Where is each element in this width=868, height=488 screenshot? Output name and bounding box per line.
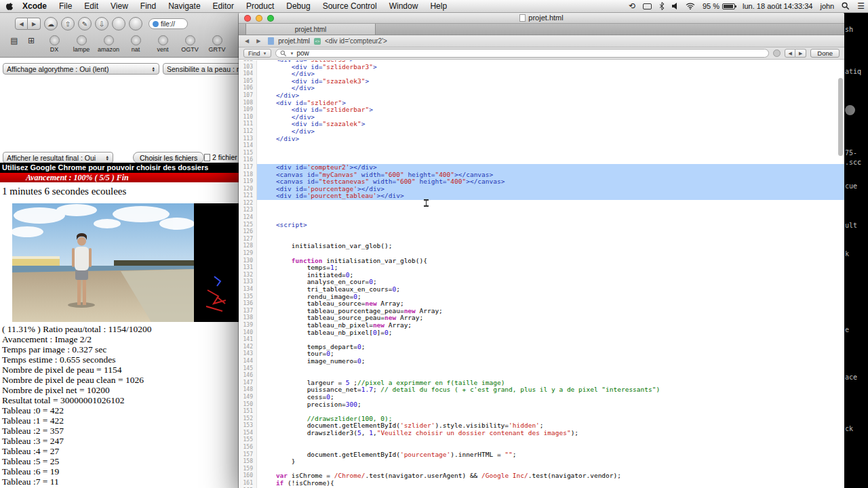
menu-item-xcode[interactable]: Xcode [22,1,47,11]
editor-forward-button[interactable]: ▶ [256,38,264,44]
wifi-icon[interactable] [686,3,695,9]
menu-item-file[interactable]: File [59,1,72,11]
battery-indicator[interactable]: 95 % [703,2,735,10]
window-title-bar[interactable]: projet.html [239,12,844,24]
code-line[interactable]: 133 analyse_en_cour=0; [239,279,844,286]
code-line[interactable]: 130 function initialisation_var_glob(){ [239,258,844,265]
editor-back-button[interactable]: ◀ [245,38,252,44]
code-line[interactable]: 147 largeur = 5 ;//pixel a exprimmer en … [239,380,844,387]
reading-list-icon[interactable]: ▤ [7,36,22,45]
code-line[interactable]: 159 [239,466,844,473]
tab-projet-html[interactable]: projet.html [245,24,376,35]
skin-sensitivity-select[interactable]: Sensibilite a la peau : moy [163,63,245,75]
zoom-window-button[interactable] [267,15,274,22]
algorithm-display-select[interactable]: Affichage algorythme : Oui (lent) [3,63,159,75]
code-line[interactable]: 108 <div id="szlider"> [239,100,844,107]
code-line[interactable]: 111 <div id="szazalek"> [239,121,844,128]
final-result-select[interactable]: Afficher le resultat final : Oui [3,152,113,163]
find-search-field[interactable]: ▼ pow [275,49,769,58]
code-line[interactable]: 129 [239,250,844,258]
menu-item-find[interactable]: Find [140,1,156,11]
code-line[interactable]: 123 [239,207,844,214]
menu-item-window[interactable]: Window [389,1,418,11]
code-line[interactable]: 141 [239,336,844,344]
menu-clock[interactable]: lun. 18 août 14:33:34 [743,2,812,10]
desktop-icon[interactable] [845,105,855,115]
code-line[interactable]: 149 cess=0; [239,394,844,401]
breadcrumb-symbol[interactable]: <div id='compteur2'> [325,37,387,45]
code-line[interactable]: 135 rendu_image=0; [239,293,844,301]
code-line[interactable]: 106 </div> [239,85,844,92]
download-button[interactable]: ⇩ [95,17,108,30]
menu-item-debug[interactable]: Debug [286,1,310,11]
edit-button[interactable]: ✎ [78,17,92,30]
code-line[interactable]: 115 [239,150,844,157]
share-button[interactable]: ⇧ [61,17,75,30]
code-line[interactable]: 124 [239,214,844,222]
code-line[interactable]: 146 [239,372,844,380]
code-line[interactable]: 119 <canvas id="testcanevas" width="600"… [239,178,844,186]
code-line[interactable]: 152 //drawszlider(100, 0); [239,415,844,423]
minimize-window-button[interactable] [256,15,262,22]
close-window-button[interactable] [244,15,251,22]
menu-item-source-control[interactable]: Source Control [323,1,377,11]
code-line[interactable]: 109 <div id="szliderbar"> [239,106,844,114]
menu-item-navigate[interactable]: Navigate [168,1,200,11]
code-line[interactable]: 153 document.getElementById('szlider').s… [239,422,844,430]
code-line[interactable]: 138 tableau_source_peau=new Array; [239,314,844,322]
bookmark-item[interactable]: amazon [95,34,122,53]
menu-item-view[interactable]: View [111,1,128,11]
code-line[interactable]: 131 temps=1; [239,264,844,272]
code-line[interactable]: 121 <div id='pourcent_tableau'></div> [239,192,844,200]
search-recents-chevron-icon[interactable]: ▼ [290,52,294,56]
bookmark-item[interactable]: DX [41,34,68,53]
done-button[interactable]: Done [810,49,840,58]
bookmark-item[interactable]: vent [149,34,176,53]
code-line[interactable]: 143 tour=0; [239,350,844,358]
bookmarks-grid-icon[interactable]: ⊞ [24,36,39,45]
code-line[interactable]: 148 puissance_net=1.7; // detail du focu… [239,386,844,394]
code-line[interactable]: 116 [239,157,844,164]
code-line[interactable]: 114 [239,142,844,150]
code-line[interactable]: 120 <div id='pourcentage'></div> [239,186,844,193]
code-line[interactable]: 110 </div> [239,114,844,121]
code-line[interactable]: 142 temps_depart=0; [239,344,844,351]
code-line[interactable]: 154 drawszlider3(5, 1,"Veuillez choisir … [239,430,844,437]
back-button[interactable]: ◀ [15,18,28,30]
menu-item-help[interactable]: Help [430,1,447,11]
notification-center-icon[interactable]: ☰ [857,1,865,11]
code-line[interactable]: 103 <div id="szliderbar3"> [239,64,844,71]
menu-item-editor[interactable]: Editor [213,1,234,11]
bluetooth-icon[interactable] [659,2,665,10]
editor-scrollbar[interactable] [838,78,843,156]
toolbar-button[interactable] [129,17,142,30]
find-mode-dropdown[interactable]: Find▼ [243,49,271,58]
choose-files-button[interactable]: Choisir les fichiers [133,152,204,163]
bookmark-item[interactable]: GRTV [203,34,231,53]
forward-button[interactable]: ▶ [28,18,41,30]
code-line[interactable]: 125 <script> [239,222,844,229]
bookmark-item[interactable]: nat [122,34,149,53]
code-line[interactable]: 122 [239,200,844,207]
code-line[interactable]: 128 initialisation_var_glob(); [239,243,844,250]
spotlight-icon[interactable] [842,2,850,10]
code-line[interactable]: 161 if (!isChrome){ [239,480,844,487]
previous-match-button[interactable]: ◀ [785,49,795,58]
bookmark-item[interactable]: OGTV [176,34,203,53]
find-options-icon[interactable] [773,49,781,57]
code-line[interactable]: 132 initiated=0; [239,272,844,279]
code-line[interactable]: 118 <canvas id="myCanvas" width="600" he… [239,171,844,179]
code-line[interactable]: 151 [239,408,844,415]
code-line[interactable]: 150 precision=300; [239,401,844,409]
code-line[interactable]: 112 </div> [239,128,844,136]
next-match-button[interactable]: ▶ [795,49,806,58]
code-line[interactable]: 126 [239,228,844,236]
code-line[interactable]: 127 [239,236,844,243]
code-line[interactable]: 155 [239,436,844,444]
code-line[interactable]: 113 </div> [239,136,844,143]
user-session-menu[interactable]: john [820,2,834,10]
code-line[interactable]: 160 var isChrome = /Chrome/.test(navigat… [239,472,844,480]
code-line[interactable]: 105 <div id="szazalek3"> [239,78,844,85]
code-line[interactable]: 107 </div> [239,92,844,100]
menu-item-edit[interactable]: Edit [84,1,98,11]
